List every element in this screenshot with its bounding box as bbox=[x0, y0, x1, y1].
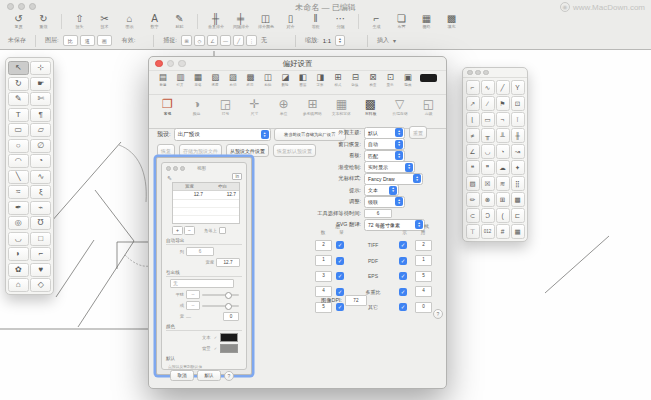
tool-drop[interactable]: ◇ bbox=[30, 278, 51, 292]
dialog-toolbar-glyphs-button[interactable]: ◨字形 bbox=[312, 73, 330, 87]
insert-label[interactable]: 插入 bbox=[377, 36, 389, 45]
tab-materials[interactable]: ▩材料板 bbox=[356, 97, 385, 128]
color-swatch[interactable] bbox=[420, 74, 437, 82]
use-input[interactable]: 4 bbox=[415, 286, 432, 297]
tool-text-frame[interactable]: ¶ bbox=[30, 108, 51, 122]
snap-toggle-5[interactable]: ⋮ bbox=[246, 35, 257, 46]
use-checkbox[interactable]: ✓ bbox=[399, 241, 407, 249]
toolbar-number-button[interactable]: A数字 bbox=[142, 13, 167, 29]
tool-pie[interactable]: ◔ bbox=[30, 154, 51, 168]
snap-toggle-0[interactable]: ⊞ bbox=[181, 35, 192, 46]
dialog-help-button[interactable]: ? bbox=[433, 309, 443, 319]
setting-hints-select[interactable]: 文本▲▼ bbox=[364, 184, 399, 196]
minimize-button[interactable] bbox=[475, 70, 481, 76]
setting-window-restore-select[interactable]: 自动▲▼ bbox=[364, 138, 405, 150]
dialog-toolbar-open-button[interactable]: ▥打开 bbox=[172, 73, 190, 87]
preset-select[interactable]: 出厂预设 ▲▼ bbox=[174, 128, 271, 141]
tab-advanced[interactable]: ◱高级 bbox=[414, 97, 443, 128]
use-checkbox[interactable]: ✓ bbox=[399, 272, 407, 280]
layer-button[interactable]: 道 bbox=[80, 35, 95, 46]
close-button[interactable] bbox=[467, 70, 473, 76]
toolbar-align-color-button[interactable]: ◫排齐颜色 bbox=[253, 13, 278, 29]
tool-ruler[interactable]: ⊤ bbox=[466, 224, 480, 239]
dialog-toolbar-copy-button[interactable]: ▩拷贝 bbox=[242, 73, 260, 87]
order-input[interactable]: 2 bbox=[315, 240, 332, 251]
tool-double-tee[interactable]: ╥ bbox=[481, 128, 495, 143]
tool-select[interactable]: ↖ bbox=[8, 61, 29, 75]
zoom-stepper[interactable]: ▲▼ bbox=[335, 35, 345, 46]
tab-general[interactable]: ❐常规 bbox=[153, 97, 182, 128]
tool-flag[interactable]: ⚑ bbox=[496, 96, 510, 111]
dialog-toolbar-new-button[interactable]: ▤新建 bbox=[154, 73, 172, 87]
toolbar-arrow-button[interactable]: ⇧箭头 bbox=[67, 13, 92, 29]
toolbar-undo-button[interactable]: ↺复原 bbox=[6, 13, 31, 29]
tool-pie-dim[interactable]: ◔ bbox=[496, 144, 510, 159]
tool-blob[interactable]: ◗ bbox=[8, 247, 29, 261]
tab-dimensions[interactable]: ✛尺寸 bbox=[240, 97, 269, 128]
tool-slash[interactable]: ∕ bbox=[481, 96, 495, 111]
dialog-toolbar-revert-button[interactable]: ▧还原 bbox=[207, 73, 225, 87]
toolbar-cut-button[interactable]: ✂技术 bbox=[92, 13, 117, 29]
order-input[interactable]: 1 bbox=[315, 255, 332, 266]
tool-polyline[interactable]: ≈ bbox=[8, 185, 29, 199]
dialog-toolbar-styles-button[interactable]: ⊞样式 bbox=[329, 73, 347, 87]
layer-button[interactable]: 画 bbox=[97, 35, 112, 46]
order-input[interactable]: 3 bbox=[315, 271, 332, 282]
toolbar-paste-button[interactable]: ✎粘贴 bbox=[167, 13, 192, 29]
tool-brush[interactable]: ⌁ bbox=[30, 201, 51, 215]
tool-point-dim[interactable]: ⊡ bbox=[511, 96, 525, 111]
tool-direct-select[interactable]: ⊹ bbox=[30, 61, 51, 75]
tool-bracket-box[interactable]: ⊏ bbox=[511, 208, 525, 223]
toolbar-align-horizontal-button[interactable]: ╪间隔排齐 bbox=[228, 13, 253, 29]
snap-toggle-3[interactable]: — bbox=[220, 35, 231, 46]
toolbar-align-vertical-button[interactable]: ╫垂直排齐 bbox=[203, 13, 228, 29]
toolbar-spread-button[interactable]: ⋯分隔 bbox=[328, 13, 353, 29]
show-checkbox[interactable]: ✓ bbox=[336, 257, 344, 265]
snap-toggle-1[interactable]: ◇ bbox=[194, 35, 205, 46]
tool-angle[interactable]: ∠ bbox=[466, 144, 480, 159]
tool-x-box[interactable]: ☒ bbox=[481, 176, 495, 191]
use-checkbox[interactable]: ✓ bbox=[399, 288, 407, 296]
insert-caret-icon[interactable]: ▾ bbox=[393, 37, 396, 44]
dialog-toolbar-cut-button[interactable]: ▨剪切 bbox=[224, 73, 242, 87]
use-input[interactable]: 2 bbox=[415, 240, 432, 251]
use-input[interactable]: 1 bbox=[415, 255, 432, 266]
layer-button[interactable]: 比 bbox=[63, 35, 78, 46]
tool-branch[interactable]: Y bbox=[511, 80, 525, 95]
right-palette-titlebar[interactable] bbox=[463, 68, 527, 78]
snap-toggle-4[interactable]: ╱ bbox=[233, 35, 244, 46]
setting-cursor-style-select[interactable]: Fancy Draw▲▼ bbox=[364, 173, 423, 185]
tool-text[interactable]: T bbox=[8, 108, 29, 122]
tool-corner-dim[interactable]: ⌐ bbox=[466, 80, 480, 95]
tool-circle[interactable]: ○ bbox=[8, 139, 29, 153]
setting-adjust-select[interactable]: 级联▲▼ bbox=[364, 196, 405, 208]
use-input[interactable]: 0 bbox=[415, 302, 432, 313]
tool-protractor[interactable]: ◡ bbox=[481, 144, 495, 159]
tool-leaf[interactable]: ✿ bbox=[8, 263, 29, 277]
tool-callout[interactable]: ❝ bbox=[466, 160, 480, 175]
preview-panel[interactable]: 视图 in ⇖ 宽度 空白 12.7 12.7 + − 角落上 bbox=[156, 157, 252, 375]
tab-units[interactable]: ⊕单位 bbox=[269, 97, 298, 128]
tool-line[interactable]: ╲ bbox=[8, 170, 29, 184]
setting-appearance-select[interactable]: 默认▲▼ bbox=[364, 127, 405, 139]
use-checkbox[interactable]: ✓ bbox=[399, 303, 407, 311]
tool-under-tee[interactable]: ╨ bbox=[496, 128, 510, 143]
tool-paren[interactable]: ( bbox=[496, 208, 510, 223]
toolbar-shape-button[interactable]: ⌂图示 bbox=[117, 13, 142, 29]
tab-guides-grid[interactable]: ⊞参考线网格 bbox=[298, 97, 327, 128]
tool-pen[interactable]: ✒ bbox=[8, 201, 29, 215]
tool-c-curve-rev[interactable]: Ɔ bbox=[481, 208, 495, 223]
tool-cloud[interactable]: ☁ bbox=[496, 160, 510, 175]
tool-lasso[interactable]: ℧ bbox=[30, 216, 51, 230]
tab-colors[interactable]: ◑颜色 bbox=[182, 97, 211, 128]
dialog-toolbar-inspect-button[interactable]: ⊠检查 bbox=[364, 73, 382, 87]
tool-offset[interactable]: ≠ bbox=[466, 128, 480, 143]
tool-callout-2[interactable]: ❞ bbox=[481, 160, 495, 175]
setting-gradient-draw-select[interactable]: 实时显示▲▼ bbox=[364, 161, 415, 173]
toolbar-arrange-button[interactable]: ❏布置 bbox=[389, 13, 414, 29]
dialog-toolbar-save-button[interactable]: ▦存储 bbox=[189, 73, 207, 87]
tool-curve[interactable]: ∿ bbox=[30, 170, 51, 184]
tool-burst[interactable]: ✦ bbox=[511, 160, 525, 175]
tool-frame[interactable]: □ bbox=[30, 232, 51, 246]
tool-arc[interactable]: ◠ bbox=[8, 154, 29, 168]
